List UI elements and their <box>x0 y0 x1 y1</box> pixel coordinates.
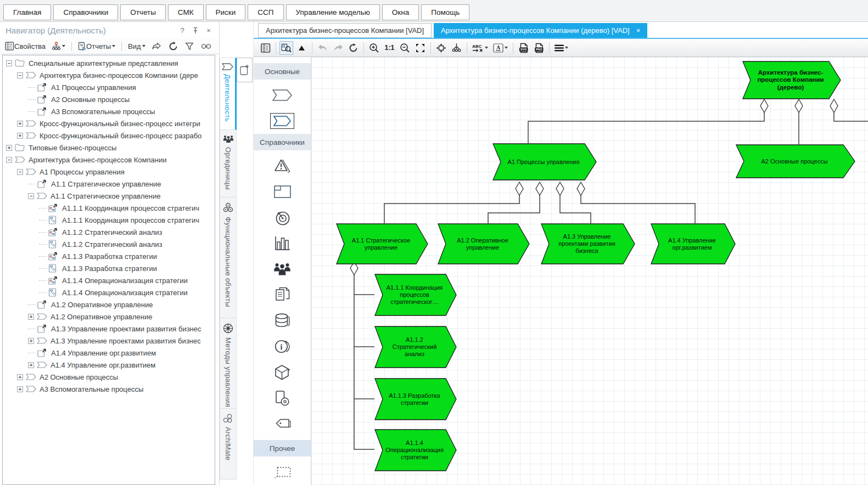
menu-item-5[interactable]: Риски <box>206 4 246 20</box>
menu-item-8[interactable]: Окна <box>382 4 419 20</box>
view-button[interactable]: Вид <box>126 40 147 53</box>
tree-row[interactable]: −Специальные архитектурные представления <box>3 57 215 69</box>
tree-row[interactable]: А1.1.1 Координация процессов стратегич <box>3 214 215 226</box>
find-shape-button[interactable] <box>279 41 293 55</box>
refresh-button[interactable] <box>166 40 180 53</box>
filter-button[interactable] <box>183 40 197 53</box>
reports-button[interactable]: Отчеты <box>76 40 117 53</box>
collapse-toggle[interactable]: − <box>28 193 34 199</box>
side-tab-3[interactable]: Функциональные объекты <box>220 198 237 318</box>
process-node-a1-1-2[interactable]: А1.1.2 Стратегический анализ <box>374 326 457 368</box>
tree-row[interactable]: −Архитектура бизнес-процессов Компании <box>3 154 215 166</box>
tree-row[interactable]: А1.1.2 Стратегический анализ <box>3 238 215 250</box>
document-tab-1[interactable]: Архитектура бизнес-процессов Компании [V… <box>258 23 432 38</box>
tree-row[interactable]: +А1.3 Управление проектами развития бизн… <box>3 335 215 347</box>
palette-item-frame[interactable] <box>254 459 311 485</box>
expand-toggle[interactable]: + <box>17 133 23 139</box>
tree-row[interactable]: А1.1.1 Координация процессов стратегич <box>3 202 215 214</box>
palette-item-object[interactable] <box>254 359 311 385</box>
rename-abc-button[interactable]: ABC <box>471 41 490 55</box>
tree-row[interactable]: +Кросс-функциональный бизнес-процесс раз… <box>3 129 215 142</box>
tree-row[interactable]: +А2 Основные процессы <box>3 371 215 383</box>
tree-row[interactable]: А1.1.3 Разработка стратегии <box>3 262 215 274</box>
menu-item-9[interactable]: Помощь <box>421 4 469 20</box>
side-tab-5[interactable]: ArchiMate <box>220 409 237 480</box>
link-button[interactable] <box>199 40 213 53</box>
tree-row[interactable]: А1.2 Оперативное управление <box>3 298 215 311</box>
tree-row[interactable]: −А1.1 Стратегическое управление <box>3 190 215 202</box>
palette-item-information[interactable]: i <box>254 334 311 359</box>
export-png-button[interactable]: PNG <box>532 41 546 55</box>
expand-toggle[interactable]: + <box>28 314 34 320</box>
zoom-out-button[interactable] <box>398 41 412 55</box>
undo-button[interactable] <box>316 41 329 55</box>
share-button[interactable] <box>150 40 164 53</box>
tree-row[interactable]: А1 Процессы управления <box>3 81 215 93</box>
fit-screen-button[interactable] <box>413 41 427 55</box>
palette-item-indicator[interactable] <box>254 230 311 256</box>
pin-button[interactable] <box>191 25 200 35</box>
expand-toggle[interactable]: + <box>17 386 23 392</box>
zoom-in-button[interactable] <box>367 41 381 55</box>
side-tab-4[interactable]: Методы управления <box>220 318 237 409</box>
palette-item-goal[interactable] <box>254 205 311 230</box>
document-tab-2[interactable]: Архитектура бизнес-процессов Компании (д… <box>434 23 647 38</box>
close-tab-button[interactable]: × <box>636 26 641 35</box>
hierarchy-button[interactable] <box>50 40 67 53</box>
side-tab-2[interactable]: Оргединицы <box>220 130 237 198</box>
tree-row[interactable]: +Типовые бизнес-процессы <box>3 142 215 154</box>
side-tab-1[interactable]: Деятельность <box>220 58 237 130</box>
expand-toggle[interactable]: + <box>17 374 23 380</box>
process-node-a1-2[interactable]: А1.2 Оперативное управление <box>438 223 530 264</box>
process-node-a1-1[interactable]: А1.1 Стратегическое управление <box>336 223 428 264</box>
tree-row[interactable]: +А1.2 Оперативное управление <box>3 311 215 323</box>
tree-row[interactable]: А1.3 Управление проектами развития бизне… <box>3 323 215 335</box>
palette-item-software[interactable] <box>254 385 311 411</box>
palette-item-vad-process-selected[interactable] <box>254 108 311 134</box>
menu-item-2[interactable]: Справочники <box>53 4 118 20</box>
palette-item-database[interactable] <box>254 308 311 334</box>
tree-row[interactable]: А1.4 Управление орг.развитием <box>3 347 215 359</box>
tree-row[interactable]: −Архитектура бизнес-процессов Компании (… <box>3 69 215 81</box>
properties-button[interactable]: Свойства <box>3 40 47 53</box>
refresh-button[interactable] <box>346 41 360 55</box>
export-svg-button[interactable]: SVG <box>517 41 530 55</box>
menu-item-3[interactable]: Отчеты <box>120 4 166 20</box>
palette-item-window[interactable] <box>254 179 311 205</box>
tree-row[interactable]: А3 Вспомогательные процессы <box>3 105 215 117</box>
expand-toggle[interactable]: + <box>28 338 34 344</box>
one-to-one-button[interactable]: 1:1 <box>383 41 396 55</box>
tree-row[interactable]: +Кросс-функциональный бизнес-процесс инт… <box>3 117 215 129</box>
menu-item-4[interactable]: СМК <box>168 4 204 20</box>
redo-button[interactable] <box>331 41 345 55</box>
tree-row[interactable]: +А3 Вспомогательные процессы <box>3 383 215 395</box>
tree-row[interactable]: А2 Основные процессы <box>3 93 215 105</box>
menu-item-7[interactable]: Управление моделью <box>286 4 380 20</box>
palette-item-document[interactable] <box>254 282 311 308</box>
palette-item-org-unit[interactable] <box>254 256 311 282</box>
new-diagram-button[interactable] <box>237 58 253 82</box>
process-node-a1-3[interactable]: А1.3 Управление проектами развития бизне… <box>541 223 635 264</box>
tree-row[interactable]: А1.1.4 Операционализация стратегии <box>3 274 215 286</box>
collapse-toggle[interactable]: − <box>17 169 23 175</box>
tree-row[interactable]: А1.1.3 Разработка стратегии <box>3 250 215 262</box>
expand-toggle[interactable]: + <box>6 145 12 151</box>
process-node-a1-1-4[interactable]: А1.1.4 Операционализация стратегии <box>374 429 457 471</box>
palette-item-term[interactable] <box>254 411 311 437</box>
process-node-a1-1-3[interactable]: А1.1.3 Разработка стратегии <box>374 378 457 420</box>
tree-row[interactable]: А1.1.2 Стратегический анализ <box>3 226 215 238</box>
process-node-root[interactable]: Архитектура бизнес-процессов Компании (д… <box>742 61 841 99</box>
menu-item-1[interactable]: Главная <box>3 4 51 20</box>
font-box-button[interactable]: A <box>491 41 509 55</box>
process-node-a1-4[interactable]: А1.4 Управление орг.развитием <box>651 223 736 264</box>
palette-item-risk[interactable] <box>254 153 311 179</box>
collapse-toggle[interactable]: − <box>6 60 12 66</box>
expand-toggle[interactable]: + <box>28 362 34 368</box>
tree-row[interactable]: −А1 Процессы управления <box>3 166 215 178</box>
expand-toggle[interactable]: + <box>17 121 23 127</box>
collapse-toggle[interactable]: − <box>17 72 23 78</box>
close-panel-button[interactable]: × <box>204 25 214 35</box>
process-node-a2[interactable]: А2 Основные процессы <box>736 144 855 178</box>
help-button[interactable]: ? <box>177 25 187 35</box>
collapse-toggle[interactable]: − <box>6 157 12 163</box>
